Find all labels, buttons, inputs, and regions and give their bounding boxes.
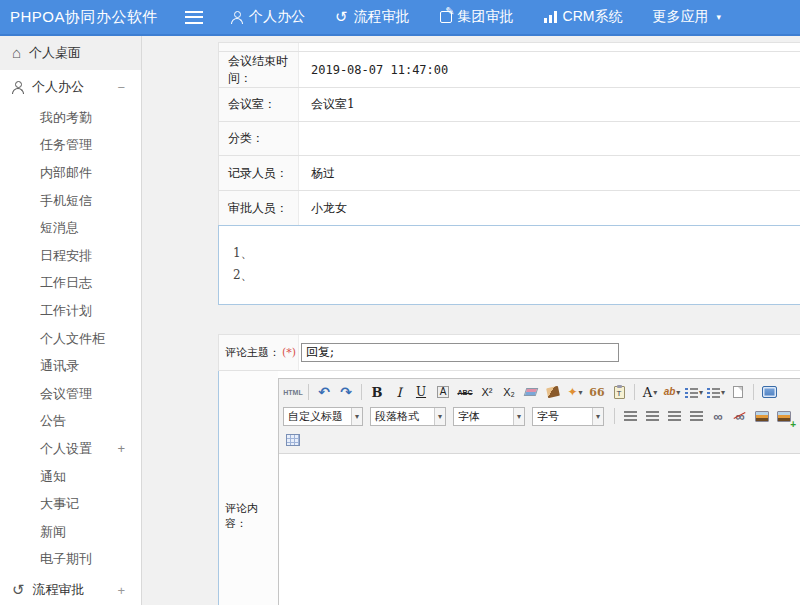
ordered-list-button[interactable]: ▾: [684, 382, 704, 402]
quick-style-button[interactable]: ✦▾: [565, 382, 585, 402]
sidebar-item-work-log[interactable]: 工作日志: [0, 270, 141, 298]
toolbar-row-1: HTML↶↷BIUAABCX²X₂✦▾66TA▾ab▾▾▾: [281, 380, 800, 404]
remove-link-button[interactable]: ∞: [730, 406, 750, 426]
new-document-button[interactable]: [728, 382, 748, 402]
comment-subject-value-cell: [299, 335, 800, 370]
editor-content-area[interactable]: [279, 454, 800, 605]
field-value: 2019-08-07 11:47:00: [299, 52, 800, 87]
bold-button[interactable]: B: [367, 382, 387, 402]
comment-content-row: 评论内容： HTML↶↷BIUAABCX²X₂✦▾66TA▾ab▾▾▾ 自定义标…: [218, 371, 800, 605]
nav-item-group-approval[interactable]: 集团审批: [440, 8, 514, 26]
chevron-down-icon: ▾: [351, 408, 362, 425]
select-value: 段落格式: [375, 409, 419, 424]
paragraph-format-select[interactable]: 段落格式▾: [370, 407, 446, 426]
html-source-button[interactable]: HTML: [283, 382, 303, 402]
nav-item-more-apps[interactable]: 更多应用▾: [652, 8, 721, 26]
expand-plus-icon[interactable]: +: [117, 441, 125, 456]
sidebar-item-memorabilia[interactable]: 大事记: [0, 490, 141, 518]
underline-button[interactable]: U: [411, 382, 431, 402]
redo-button[interactable]: ↷: [336, 382, 356, 402]
insert-image-button[interactable]: [752, 406, 772, 426]
sidebar-item-news[interactable]: 新闻: [0, 518, 141, 546]
align-left-button[interactable]: [620, 406, 640, 426]
align-justify-button[interactable]: [686, 406, 706, 426]
sidebar-item-short-message[interactable]: 短消息: [0, 214, 141, 242]
eraser-icon: [524, 388, 539, 396]
strikethrough-button[interactable]: ABC: [455, 382, 475, 402]
sidebar-item-schedule[interactable]: 日程安排: [0, 242, 141, 270]
italic-button[interactable]: I: [389, 382, 409, 402]
nav-item-workflow-approval[interactable]: 流程审批: [335, 8, 410, 26]
sidebar-item-label: 我的考勤: [40, 109, 92, 127]
sidebar-item-mobile-sms[interactable]: 手机短信: [0, 187, 141, 215]
align-center-button[interactable]: [642, 406, 662, 426]
comment-subject-input[interactable]: [301, 343, 619, 362]
html-source-icon: HTML: [283, 389, 302, 396]
format-painter-button[interactable]: [543, 382, 563, 402]
nav-item-label: 更多应用: [652, 8, 708, 26]
font-box-button[interactable]: A: [433, 382, 453, 402]
field-label: 会议室：: [219, 88, 299, 121]
select-value: 字号: [537, 409, 559, 424]
insert-table-button[interactable]: [283, 430, 303, 450]
table-row: [219, 43, 800, 52]
image-add-icon: [777, 411, 791, 422]
blockquote-button[interactable]: 66: [587, 382, 607, 402]
field-label: 审批人员：: [219, 191, 299, 225]
font-size-select[interactable]: 字号▾: [532, 407, 604, 426]
font-color-icon: A: [643, 386, 652, 399]
eraser-button[interactable]: [521, 382, 541, 402]
highlight-color-button[interactable]: ab▾: [662, 382, 682, 402]
sidebar-item-personal-file-cabinet[interactable]: 个人文件柜: [0, 325, 141, 353]
sidebar-section-personal-office[interactable]: 个人办公 −: [0, 70, 141, 104]
align-right-button[interactable]: [664, 406, 684, 426]
sidebar-item-contacts[interactable]: 通讯录: [0, 352, 141, 380]
field-label: [219, 43, 299, 51]
font-color-button[interactable]: A▾: [640, 382, 660, 402]
field-value: 会议室1: [299, 88, 800, 121]
superscript-button[interactable]: X²: [477, 382, 497, 402]
nav-item-personal-office[interactable]: 个人办公: [231, 8, 305, 26]
chart-icon: [544, 11, 557, 23]
insert-link-button[interactable]: ∞: [708, 406, 728, 426]
unordered-list-button[interactable]: ▾: [706, 382, 726, 402]
sidebar-item-e-journal[interactable]: 电子期刊: [0, 546, 141, 574]
form-row: 审批人员：小龙女: [219, 191, 800, 226]
chevron-down-icon: ▾: [721, 388, 725, 397]
sidebar-item-notification[interactable]: 通知: [0, 463, 141, 491]
home-icon: [12, 45, 21, 61]
sidebar-item-personal-settings[interactable]: 个人设置+: [0, 435, 141, 463]
sidebar-item-work-plan[interactable]: 工作计划: [0, 297, 141, 325]
app-title: PHPOA协同办公软件: [0, 8, 185, 27]
hamburger-menu-icon[interactable]: [185, 11, 203, 24]
chevron-down-icon: ▾: [513, 408, 524, 425]
undo-button[interactable]: ↶: [314, 382, 334, 402]
subscript-button[interactable]: X₂: [499, 382, 519, 402]
sidebar-item-meeting-management[interactable]: 会议管理: [0, 380, 141, 408]
sidebar-item-internal-mail[interactable]: 内部邮件: [0, 159, 141, 187]
insert-media-button[interactable]: [796, 406, 800, 426]
sidebar-item-personal-desktop[interactable]: 个人桌面: [0, 36, 141, 70]
expand-plus-icon[interactable]: +: [117, 583, 125, 598]
sidebar-item-label: 日程安排: [40, 247, 92, 265]
sidebar-item-attendance[interactable]: 我的考勤: [0, 104, 141, 132]
form-row: 会议结束时间：2019-08-07 11:47:00: [219, 52, 800, 88]
nav-item-crm[interactable]: CRM系统: [544, 8, 623, 26]
upload-image-button[interactable]: [774, 406, 794, 426]
sidebar-item-task-management[interactable]: 任务管理: [0, 132, 141, 160]
fullscreen-button[interactable]: [759, 382, 779, 402]
sidebar-item-label: 工作日志: [40, 274, 92, 292]
toolbar-row-3: [281, 428, 800, 452]
sidebar-section-workflow-approval[interactable]: 流程审批 +: [0, 573, 141, 605]
field-label: 记录人员：: [219, 156, 299, 190]
select-value: 字体: [458, 409, 480, 424]
font-family-select[interactable]: 字体▾: [453, 407, 525, 426]
collapse-minus-icon[interactable]: −: [117, 80, 125, 95]
custom-heading-select[interactable]: 自定义标题▾: [283, 407, 363, 426]
toolbar-separator: [614, 408, 615, 424]
toolbar-separator: [634, 384, 635, 400]
person-icon: [231, 11, 243, 24]
sidebar-item-announcement[interactable]: 公告: [0, 408, 141, 436]
toolbar-separator: [308, 384, 309, 400]
paste-plain-button[interactable]: T: [609, 382, 629, 402]
